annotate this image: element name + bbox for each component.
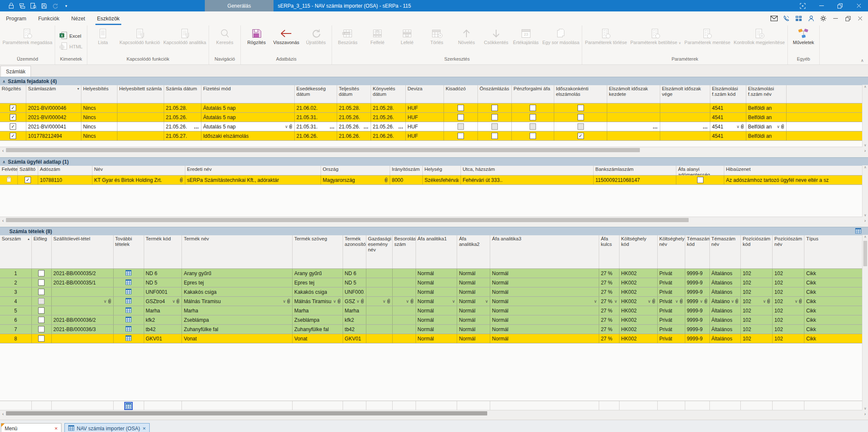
minimize-icon[interactable] bbox=[830, 14, 841, 24]
grid-cell[interactable]: Átutalás 5 nap bbox=[201, 103, 295, 112]
checkbox[interactable] bbox=[530, 123, 536, 130]
grid-cell[interactable]: tb42 bbox=[343, 325, 366, 334]
grid-cell[interactable]: Normál bbox=[457, 306, 490, 315]
calendar-icon[interactable] bbox=[126, 317, 131, 323]
grid-cell[interactable]: 9999-9 bbox=[685, 325, 710, 334]
grid-cell[interactable]: HK002∨ bbox=[620, 297, 658, 306]
quick-tab-generalas[interactable]: Generálás bbox=[205, 0, 274, 11]
close-icon[interactable] bbox=[855, 14, 865, 24]
grid-cell[interactable]: 4541 bbox=[710, 131, 746, 140]
checkbox[interactable] bbox=[458, 114, 464, 120]
grid-cell[interactable] bbox=[444, 113, 478, 122]
chevron-down-icon[interactable]: ∨ bbox=[406, 299, 409, 304]
grid-cell[interactable]: 9999-9 bbox=[685, 287, 710, 296]
checkbox[interactable]: ✓ bbox=[25, 177, 31, 183]
column-header[interactable]: Adószám bbox=[38, 166, 92, 175]
ribbon-button[interactable]: XExcel bbox=[59, 32, 81, 41]
column-header[interactable]: Pozíciószám kód bbox=[741, 235, 773, 268]
paperclip-icon[interactable] bbox=[798, 298, 802, 304]
grid-cell[interactable]: Normál bbox=[490, 325, 599, 334]
grid-cell[interactable]: Kakakós csiga bbox=[293, 287, 343, 296]
grid-cell[interactable]: 101778212494 bbox=[26, 131, 81, 140]
calendar-icon[interactable] bbox=[126, 270, 131, 277]
grid-cell[interactable]: ∨ bbox=[366, 297, 393, 306]
restore-icon[interactable] bbox=[831, 0, 849, 11]
table-row[interactable]: ✓2021-BV/000041Nincs21.05.26.…Átutalás 5… bbox=[0, 122, 868, 131]
grid-cell[interactable]: 2021-BV/000046 bbox=[26, 103, 81, 112]
scrollbar-thumb[interactable] bbox=[863, 241, 867, 266]
grid-cell[interactable] bbox=[32, 269, 52, 278]
table-row[interactable]: 5MarhaMarhaMarhaMarhaNormálNormálNormál2… bbox=[0, 306, 868, 315]
grid-cell[interactable]: Marha bbox=[293, 306, 343, 315]
grid-cell[interactable]: Málnás Tiramisu∨ bbox=[293, 297, 343, 306]
column-header[interactable]: Helyesbítés bbox=[81, 85, 117, 103]
menu-item-1[interactable]: Funkciók bbox=[32, 11, 65, 25]
checkbox[interactable]: ✓ bbox=[10, 133, 16, 139]
grid-cell[interactable] bbox=[444, 122, 478, 131]
column-header[interactable]: Költséghely név bbox=[658, 235, 685, 268]
grid-cell[interactable]: 10788110 bbox=[38, 176, 92, 184]
ellipsis-button[interactable]: … bbox=[703, 124, 708, 130]
column-header[interactable]: Eredeti név bbox=[185, 166, 321, 175]
grid-cell[interactable]: Cikk bbox=[804, 334, 865, 343]
grid-cell[interactable]: Általános bbox=[710, 315, 741, 324]
grid-cell[interactable] bbox=[393, 315, 416, 324]
grid-cell[interactable]: Normál∨ bbox=[490, 297, 599, 306]
checkbox[interactable]: ✓ bbox=[10, 114, 16, 120]
grid-cell[interactable]: Normál bbox=[457, 334, 490, 343]
scrollbar-thumb[interactable] bbox=[6, 218, 689, 222]
grid-cell[interactable]: Normál bbox=[416, 287, 458, 296]
grid-cell[interactable] bbox=[366, 325, 393, 334]
grid-cell[interactable]: Privát bbox=[658, 287, 685, 296]
grid-cell[interactable]: ✓ bbox=[18, 176, 38, 184]
scroll-down-icon[interactable]: ∨ bbox=[864, 407, 867, 410]
paperclip-icon[interactable] bbox=[384, 177, 388, 183]
grid-cell[interactable]: 4541 bbox=[710, 113, 746, 122]
grid-cell[interactable] bbox=[478, 131, 512, 140]
grid-cell[interactable]: 102 bbox=[741, 287, 773, 296]
checkbox[interactable] bbox=[491, 123, 498, 130]
grid-cell[interactable] bbox=[114, 269, 144, 278]
paperclip-icon[interactable] bbox=[679, 298, 683, 304]
grid-cell[interactable]: 27 % bbox=[599, 315, 620, 324]
column-header[interactable]: Ország bbox=[321, 166, 390, 175]
grid-cell[interactable]: 102 bbox=[773, 306, 804, 315]
grid-cell[interactable]: ∨ bbox=[393, 297, 416, 306]
paperclip-icon[interactable] bbox=[410, 298, 414, 304]
grid-cell[interactable]: Normál∨ bbox=[416, 297, 458, 306]
tab-szamlak[interactable]: Számlák bbox=[0, 66, 31, 77]
grid-cell[interactable]: ND 5 bbox=[343, 278, 366, 287]
grid-cell[interactable]: Normál bbox=[457, 315, 490, 324]
grid-cell[interactable]: 102 bbox=[741, 315, 773, 324]
save-icon[interactable] bbox=[41, 3, 47, 9]
column-header[interactable]: Termék kód bbox=[144, 235, 182, 268]
grid-cell[interactable] bbox=[620, 401, 658, 410]
column-header[interactable]: Termék szöveg bbox=[293, 235, 343, 268]
table-row[interactable]: 12021-BB/000035/2ND 6Arany gyűrűArany gy… bbox=[0, 269, 868, 278]
paperclip-icon[interactable] bbox=[179, 177, 183, 183]
grid-cell[interactable] bbox=[52, 401, 114, 410]
chevron-down-icon[interactable]: ∨ bbox=[103, 299, 106, 304]
grid-cell[interactable]: HK002 bbox=[620, 325, 658, 334]
column-header[interactable]: Számla dátum bbox=[164, 85, 201, 103]
grid-cell[interactable]: 21.05.28. bbox=[337, 103, 371, 112]
scroll-up-icon[interactable]: ∧ bbox=[864, 85, 867, 89]
calendar-icon[interactable] bbox=[126, 279, 131, 286]
grid-cell[interactable] bbox=[114, 278, 144, 287]
chevron-down-icon[interactable]: ∨ bbox=[172, 299, 175, 304]
grid-cell[interactable]: 3 bbox=[0, 287, 32, 296]
calendar-icon[interactable] bbox=[126, 326, 131, 333]
grid-cell[interactable]: 2021-BB/000036/3 bbox=[52, 325, 114, 334]
grid-cell[interactable]: Vonat bbox=[293, 334, 343, 343]
column-header[interactable]: Helyesbített számla bbox=[117, 85, 164, 103]
checkbox[interactable]: ✓ bbox=[578, 133, 584, 139]
grid-cell[interactable]: 1150009211068147 bbox=[594, 176, 676, 184]
grid-cell[interactable]: HK002 bbox=[620, 269, 658, 278]
taskbar-tab-nav-szamla-importer[interactable]: NAV számla importer (OSA) × bbox=[64, 423, 150, 432]
grid-cell[interactable] bbox=[393, 325, 416, 334]
chevron-down-icon[interactable]: ∨ bbox=[356, 299, 359, 304]
chevron-down-icon[interactable]: ∨ bbox=[700, 299, 703, 304]
grid-cell[interactable]: Normál bbox=[416, 334, 458, 343]
grid-cell[interactable]: KT Gyar és Birtok Holding Zrt. bbox=[92, 176, 185, 184]
grid-cell[interactable]: HK002 bbox=[620, 334, 658, 343]
